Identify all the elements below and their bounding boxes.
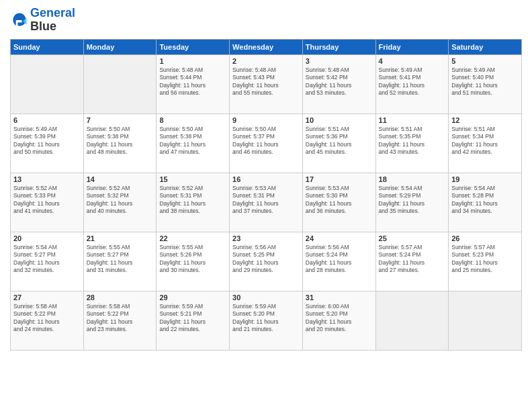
day-number: 30 <box>232 293 300 302</box>
calendar-cell <box>11 54 84 113</box>
header-saturday: Saturday <box>449 39 522 54</box>
day-number: 4 <box>379 57 446 65</box>
day-number: 1 <box>159 57 226 65</box>
calendar-cell: 9Sunrise: 5:50 AM Sunset: 5:37 PM Daylig… <box>230 113 303 173</box>
calendar-cell: 16Sunrise: 5:53 AM Sunset: 5:31 PM Dayli… <box>230 173 303 232</box>
day-info: Sunrise: 5:56 AM Sunset: 5:25 PM Dayligh… <box>232 244 300 275</box>
calendar-cell: 7Sunrise: 5:50 AM Sunset: 5:38 PM Daylig… <box>83 113 157 173</box>
day-number: 11 <box>379 116 446 124</box>
day-number: 6 <box>13 116 81 124</box>
day-info: Sunrise: 5:49 AM Sunset: 5:41 PM Dayligh… <box>379 66 446 97</box>
day-info: Sunrise: 5:54 AM Sunset: 5:28 PM Dayligh… <box>451 185 519 216</box>
day-number: 19 <box>451 175 519 183</box>
calendar-cell: 29Sunrise: 5:59 AM Sunset: 5:21 PM Dayli… <box>157 291 230 350</box>
day-info: Sunrise: 5:53 AM Sunset: 5:30 PM Dayligh… <box>306 185 373 216</box>
calendar-cell: 1Sunrise: 5:48 AM Sunset: 5:44 PM Daylig… <box>157 54 230 113</box>
calendar-week-2: 6Sunrise: 5:49 AM Sunset: 5:39 PM Daylig… <box>11 113 522 173</box>
calendar-cell: 20Sunrise: 5:54 AM Sunset: 5:27 PM Dayli… <box>11 232 84 291</box>
logo-text: General Blue <box>30 7 75 34</box>
calendar-cell: 4Sunrise: 5:49 AM Sunset: 5:41 PM Daylig… <box>375 54 449 113</box>
calendar-cell <box>83 54 157 113</box>
day-info: Sunrise: 6:00 AM Sunset: 5:20 PM Dayligh… <box>306 303 373 334</box>
day-info: Sunrise: 5:54 AM Sunset: 5:29 PM Dayligh… <box>379 185 446 216</box>
calendar-table: SundayMondayTuesdayWednesdayThursdayFrid… <box>10 39 522 351</box>
day-info: Sunrise: 5:49 AM Sunset: 5:40 PM Dayligh… <box>451 66 519 97</box>
calendar-cell: 17Sunrise: 5:53 AM Sunset: 5:30 PM Dayli… <box>302 173 375 232</box>
calendar-cell: 22Sunrise: 5:55 AM Sunset: 5:26 PM Dayli… <box>157 232 230 291</box>
calendar-cell: 28Sunrise: 5:58 AM Sunset: 5:22 PM Dayli… <box>83 291 157 350</box>
day-number: 16 <box>232 175 300 183</box>
day-number: 17 <box>306 175 373 183</box>
day-info: Sunrise: 5:53 AM Sunset: 5:31 PM Dayligh… <box>232 185 300 216</box>
day-info: Sunrise: 5:51 AM Sunset: 5:34 PM Dayligh… <box>451 126 519 156</box>
day-info: Sunrise: 5:57 AM Sunset: 5:23 PM Dayligh… <box>451 244 519 275</box>
calendar-cell: 23Sunrise: 5:56 AM Sunset: 5:25 PM Dayli… <box>230 232 303 291</box>
header-monday: Monday <box>83 39 157 54</box>
calendar-cell <box>375 291 449 350</box>
day-info: Sunrise: 5:52 AM Sunset: 5:32 PM Dayligh… <box>87 185 154 216</box>
day-info: Sunrise: 5:54 AM Sunset: 5:27 PM Dayligh… <box>13 244 81 275</box>
day-info: Sunrise: 5:58 AM Sunset: 5:22 PM Dayligh… <box>87 303 154 334</box>
day-number: 9 <box>232 116 300 124</box>
day-info: Sunrise: 5:51 AM Sunset: 5:36 PM Dayligh… <box>306 126 373 156</box>
calendar-cell: 8Sunrise: 5:50 AM Sunset: 5:38 PM Daylig… <box>157 113 230 173</box>
calendar-week-3: 13Sunrise: 5:52 AM Sunset: 5:33 PM Dayli… <box>11 173 522 232</box>
header: General Blue <box>10 7 522 34</box>
day-info: Sunrise: 5:49 AM Sunset: 5:39 PM Dayligh… <box>13 126 81 156</box>
calendar-cell: 11Sunrise: 5:51 AM Sunset: 5:35 PM Dayli… <box>375 113 449 173</box>
calendar-cell: 6Sunrise: 5:49 AM Sunset: 5:39 PM Daylig… <box>11 113 84 173</box>
calendar-cell: 3Sunrise: 5:48 AM Sunset: 5:42 PM Daylig… <box>302 54 375 113</box>
day-number: 18 <box>379 175 446 183</box>
calendar-cell: 18Sunrise: 5:54 AM Sunset: 5:29 PM Dayli… <box>375 173 449 232</box>
calendar-cell: 27Sunrise: 5:58 AM Sunset: 5:22 PM Dayli… <box>11 291 84 350</box>
day-number: 2 <box>232 57 300 65</box>
header-thursday: Thursday <box>302 39 375 54</box>
day-number: 13 <box>13 175 81 183</box>
calendar-cell: 31Sunrise: 6:00 AM Sunset: 5:20 PM Dayli… <box>302 291 375 350</box>
header-sunday: Sunday <box>11 39 84 54</box>
day-number: 12 <box>451 116 519 124</box>
calendar-header-row: SundayMondayTuesdayWednesdayThursdayFrid… <box>11 39 522 54</box>
day-number: 8 <box>159 116 226 124</box>
day-info: Sunrise: 5:50 AM Sunset: 5:38 PM Dayligh… <box>159 126 226 156</box>
day-number: 28 <box>87 293 154 302</box>
day-info: Sunrise: 5:48 AM Sunset: 5:42 PM Dayligh… <box>306 66 373 97</box>
calendar-week-4: 20Sunrise: 5:54 AM Sunset: 5:27 PM Dayli… <box>11 232 522 291</box>
header-friday: Friday <box>375 39 449 54</box>
logo-icon <box>10 11 29 30</box>
day-number: 23 <box>232 234 300 242</box>
calendar-week-5: 27Sunrise: 5:58 AM Sunset: 5:22 PM Dayli… <box>11 291 522 350</box>
day-number: 24 <box>306 234 373 242</box>
day-number: 27 <box>13 293 81 302</box>
calendar-cell: 26Sunrise: 5:57 AM Sunset: 5:23 PM Dayli… <box>449 232 522 291</box>
day-number: 3 <box>306 57 373 65</box>
calendar-cell: 14Sunrise: 5:52 AM Sunset: 5:32 PM Dayli… <box>83 173 157 232</box>
day-number: 21 <box>87 234 154 242</box>
day-number: 31 <box>306 293 373 302</box>
calendar-cell: 10Sunrise: 5:51 AM Sunset: 5:36 PM Dayli… <box>302 113 375 173</box>
day-number: 29 <box>159 293 226 302</box>
calendar-week-1: 1Sunrise: 5:48 AM Sunset: 5:44 PM Daylig… <box>11 54 522 113</box>
day-number: 15 <box>159 175 226 183</box>
day-info: Sunrise: 5:52 AM Sunset: 5:31 PM Dayligh… <box>159 185 226 216</box>
day-info: Sunrise: 5:59 AM Sunset: 5:21 PM Dayligh… <box>159 303 226 334</box>
header-tuesday: Tuesday <box>157 39 230 54</box>
calendar-cell: 13Sunrise: 5:52 AM Sunset: 5:33 PM Dayli… <box>11 173 84 232</box>
calendar-cell: 12Sunrise: 5:51 AM Sunset: 5:34 PM Dayli… <box>449 113 522 173</box>
day-info: Sunrise: 5:56 AM Sunset: 5:24 PM Dayligh… <box>306 244 373 275</box>
day-number: 10 <box>306 116 373 124</box>
calendar-cell: 25Sunrise: 5:57 AM Sunset: 5:24 PM Dayli… <box>375 232 449 291</box>
header-wednesday: Wednesday <box>230 39 303 54</box>
calendar-cell: 2Sunrise: 5:48 AM Sunset: 5:43 PM Daylig… <box>230 54 303 113</box>
day-info: Sunrise: 5:52 AM Sunset: 5:33 PM Dayligh… <box>13 185 81 216</box>
calendar-cell: 19Sunrise: 5:54 AM Sunset: 5:28 PM Dayli… <box>449 173 522 232</box>
day-info: Sunrise: 5:51 AM Sunset: 5:35 PM Dayligh… <box>379 126 446 156</box>
day-info: Sunrise: 5:59 AM Sunset: 5:20 PM Dayligh… <box>232 303 300 334</box>
day-info: Sunrise: 5:50 AM Sunset: 5:38 PM Dayligh… <box>87 126 154 156</box>
calendar-cell <box>449 291 522 350</box>
day-number: 25 <box>379 234 446 242</box>
calendar-cell: 30Sunrise: 5:59 AM Sunset: 5:20 PM Dayli… <box>230 291 303 350</box>
day-number: 14 <box>87 175 154 183</box>
day-info: Sunrise: 5:48 AM Sunset: 5:44 PM Dayligh… <box>159 66 226 97</box>
calendar-page: General Blue SundayMondayTuesdayWednesda… <box>0 0 532 411</box>
